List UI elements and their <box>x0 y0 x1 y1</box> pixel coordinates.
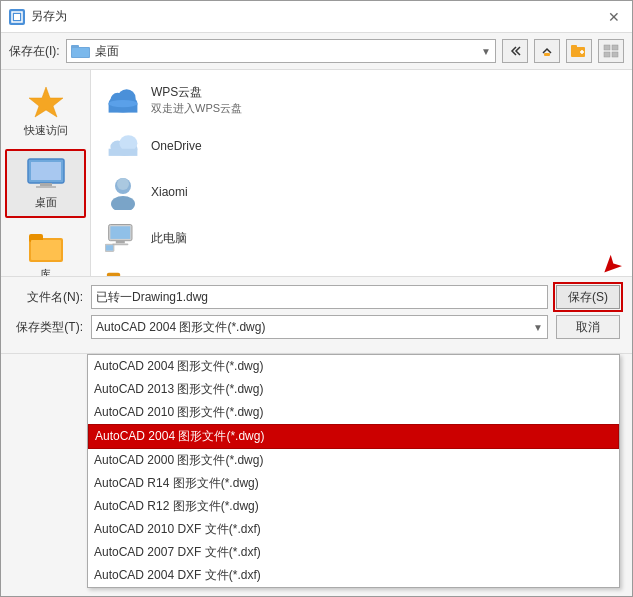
folder-small-icon <box>71 43 91 59</box>
wps-cloud-icon <box>105 82 141 118</box>
sidebar-item-quick-access[interactable]: 快速访问 <box>5 78 86 145</box>
file-item-onedrive[interactable]: OneDrive <box>99 124 624 168</box>
file-item-library2[interactable]: 库 <box>99 262 624 276</box>
dropdown-item-2[interactable]: AutoCAD 2010 图形文件(*.dwg) <box>88 401 619 424</box>
filetype-label: 保存类型(T): <box>13 319 83 336</box>
sidebar-item-label-quick-access: 快速访问 <box>24 123 68 138</box>
wps-cloud-name: WPS云盘 <box>151 84 242 101</box>
svg-point-47 <box>111 196 135 210</box>
filetype-combo[interactable]: AutoCAD 2004 图形文件(*.dwg) ▼ <box>91 315 548 339</box>
svg-marker-14 <box>29 87 63 117</box>
onedrive-icon <box>105 128 141 164</box>
svg-rect-12 <box>604 52 610 57</box>
svg-rect-1 <box>14 14 20 20</box>
xiaomi-icon <box>105 174 141 210</box>
up-icon <box>540 44 554 58</box>
combo-dropdown-arrow: ▼ <box>481 46 491 57</box>
this-pc-file-name: 此电脑 <box>151 230 187 247</box>
cancel-button[interactable]: 取消 <box>556 315 620 339</box>
quick-access-icon <box>26 85 66 121</box>
file-item-xiaomi[interactable]: Xiaomi <box>99 170 624 214</box>
save-in-label: 保存在(I): <box>9 43 60 60</box>
filename-input[interactable] <box>91 285 548 309</box>
svg-rect-50 <box>110 226 130 239</box>
svg-rect-4 <box>72 48 89 57</box>
sidebar-item-label-desktop: 桌面 <box>35 195 57 210</box>
sidebar-item-label-library: 库 <box>40 267 51 276</box>
sidebar-item-library[interactable]: 库 <box>5 222 86 276</box>
svg-rect-7 <box>571 45 577 49</box>
svg-rect-5 <box>544 53 550 56</box>
sidebar-item-desktop[interactable]: 桌面 <box>5 149 86 218</box>
this-pc-file-icon <box>105 220 141 256</box>
svg-rect-45 <box>109 149 138 156</box>
dropdown-item-0[interactable]: AutoCAD 2004 图形文件(*.dwg) <box>88 355 619 378</box>
title-bar-left: 另存为 <box>9 8 67 25</box>
file-item-this-pc[interactable]: 此电脑 <box>99 216 624 260</box>
svg-point-48 <box>117 178 129 190</box>
back-icon <box>508 44 522 58</box>
save-button-wrapper: 保存(S) <box>556 285 620 309</box>
filetype-combo-arrow: ▼ <box>533 322 543 333</box>
file-list: WPS云盘 双走进入WPS云盘 OneDrive <box>91 70 632 276</box>
up-button[interactable] <box>534 39 560 63</box>
filetype-row: 保存类型(T): AutoCAD 2004 图形文件(*.dwg) ▼ 取消 <box>13 315 620 339</box>
dropdown-item-5[interactable]: AutoCAD R14 图形文件(*.dwg) <box>88 472 619 495</box>
dialog-title: 另存为 <box>31 8 67 25</box>
main-content: 快速访问 桌面 <box>1 70 632 276</box>
xiaomi-name: Xiaomi <box>151 184 188 201</box>
svg-rect-21 <box>31 240 61 260</box>
save-as-dialog: 另存为 ✕ 保存在(I): 桌面 ▼ <box>0 0 633 597</box>
dialog-icon <box>9 9 25 25</box>
dropdown-item-9[interactable]: AutoCAD 2004 DXF 文件(*.dxf) <box>88 564 619 587</box>
library-icon <box>26 229 66 265</box>
back-button[interactable] <box>502 39 528 63</box>
wps-cloud-text: WPS云盘 双走进入WPS云盘 <box>151 84 242 116</box>
dropdown-item-3[interactable]: AutoCAD 2004 图形文件(*.dwg) <box>88 424 619 449</box>
view-icon <box>603 44 619 58</box>
desktop-icon <box>26 157 66 193</box>
close-button[interactable]: ✕ <box>604 7 624 27</box>
svg-rect-18 <box>36 186 56 188</box>
save-button[interactable]: 保存(S) <box>556 285 620 309</box>
top-toolbar: 保存在(I): 桌面 ▼ <box>1 33 632 70</box>
view-button[interactable] <box>598 39 624 63</box>
sidebar: 快速访问 桌面 <box>1 70 91 276</box>
save-location-combo[interactable]: 桌面 ▼ <box>66 39 496 63</box>
svg-point-41 <box>109 100 138 107</box>
dropdown-container: AutoCAD 2004 图形文件(*.dwg) AutoCAD 2013 图形… <box>1 353 632 596</box>
current-folder-text: 桌面 <box>71 43 119 60</box>
library2-icon <box>105 266 141 276</box>
dropdown-item-1[interactable]: AutoCAD 2013 图形文件(*.dwg) <box>88 378 619 401</box>
new-folder-button[interactable] <box>566 39 592 63</box>
svg-rect-52 <box>112 243 128 245</box>
wps-cloud-subname: 双走进入WPS云盘 <box>151 101 242 116</box>
svg-rect-51 <box>116 241 125 244</box>
dropdown-item-6[interactable]: AutoCAD R12 图形文件(*.dwg) <box>88 495 619 518</box>
svg-rect-10 <box>604 45 610 50</box>
filetype-value: AutoCAD 2004 图形文件(*.dwg) <box>96 319 265 336</box>
bottom-form: 文件名(N): ➤ 保存(S) 保存类型(T): AutoCAD 2004 图形… <box>1 276 632 353</box>
svg-rect-56 <box>107 273 120 276</box>
svg-rect-54 <box>106 245 113 250</box>
title-bar: 另存为 ✕ <box>1 1 632 33</box>
dropdown-item-8[interactable]: AutoCAD 2007 DXF 文件(*.dxf) <box>88 541 619 564</box>
filetype-dropdown[interactable]: AutoCAD 2004 图形文件(*.dwg) AutoCAD 2013 图形… <box>87 354 620 588</box>
svg-rect-16 <box>31 162 61 180</box>
dropdown-item-4[interactable]: AutoCAD 2000 图形文件(*.dwg) <box>88 449 619 472</box>
dropdown-item-7[interactable]: AutoCAD 2010 DXF 文件(*.dxf) <box>88 518 619 541</box>
filename-label: 文件名(N): <box>13 289 83 306</box>
filename-row: 文件名(N): ➤ 保存(S) <box>13 285 620 309</box>
svg-rect-11 <box>612 45 618 50</box>
new-folder-icon <box>571 44 587 58</box>
svg-rect-13 <box>612 52 618 57</box>
file-item-wps-cloud[interactable]: WPS云盘 双走进入WPS云盘 <box>99 78 624 122</box>
onedrive-name: OneDrive <box>151 138 202 155</box>
